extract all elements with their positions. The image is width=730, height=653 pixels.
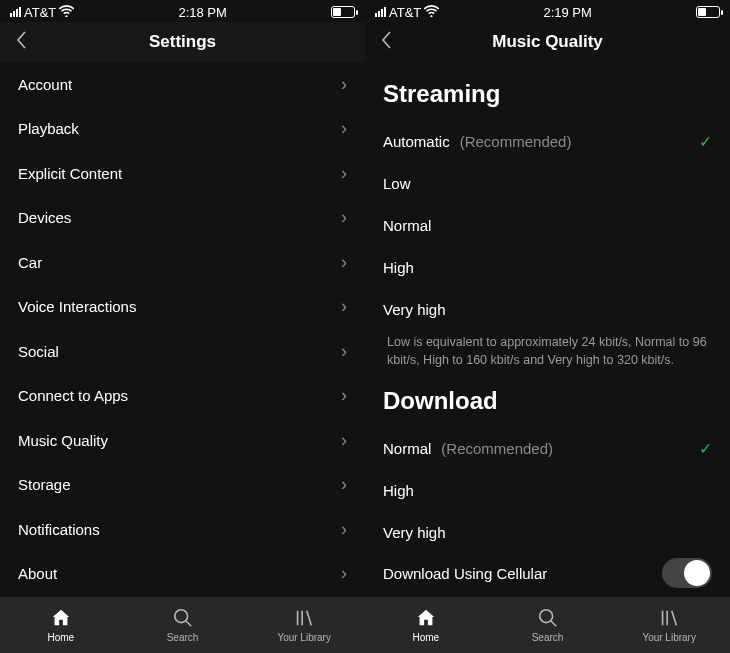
signal-icon: [375, 7, 386, 17]
settings-item-explicit[interactable]: Explicit Content›: [18, 151, 347, 196]
check-icon: ✓: [699, 132, 712, 151]
tab-home[interactable]: Home: [365, 597, 487, 653]
streaming-option-high[interactable]: High: [383, 246, 712, 288]
tab-label: Home: [47, 632, 74, 643]
item-label: Social: [18, 343, 59, 360]
section-streaming: Streaming: [383, 80, 712, 108]
chevron-right-icon: ›: [341, 385, 347, 406]
svg-point-2: [539, 610, 552, 623]
tab-library[interactable]: Your Library: [608, 597, 730, 653]
download-option-normal[interactable]: Normal (Recommended) ✓: [383, 427, 712, 469]
status-bar: AT&T 2:18 PM: [0, 0, 365, 22]
option-suffix: (Recommended): [441, 440, 553, 457]
item-label: Devices: [18, 209, 71, 226]
option-label: Very high: [383, 524, 446, 541]
option-label: Normal: [383, 217, 431, 234]
home-icon: [50, 607, 72, 629]
settings-item-notifications[interactable]: Notifications›: [18, 507, 347, 552]
settings-screen: AT&T 2:18 PM Settings Account› Playback›…: [0, 0, 365, 653]
streaming-option-normal[interactable]: Normal: [383, 204, 712, 246]
back-button[interactable]: [14, 30, 28, 54]
svg-line-3: [550, 621, 556, 627]
settings-item-playback[interactable]: Playback›: [18, 107, 347, 152]
item-label: Explicit Content: [18, 165, 122, 182]
download-option-high[interactable]: High: [383, 469, 712, 511]
battery-icon: [331, 6, 355, 18]
battery-icon: [696, 6, 720, 18]
signal-icon: [10, 7, 21, 17]
carrier-label: AT&T: [389, 5, 421, 20]
page-title: Music Quality: [492, 32, 603, 52]
tab-label: Home: [412, 632, 439, 643]
settings-item-voice[interactable]: Voice Interactions›: [18, 285, 347, 330]
library-icon: [293, 607, 315, 629]
bottom-nav: Home Search Your Library: [0, 597, 365, 653]
item-label: Storage: [18, 476, 71, 493]
tab-label: Your Library: [277, 632, 331, 643]
streaming-option-very-high[interactable]: Very high: [383, 288, 712, 330]
tab-label: Your Library: [642, 632, 696, 643]
chevron-right-icon: ›: [341, 430, 347, 451]
tab-search[interactable]: Search: [122, 597, 244, 653]
section-download: Download: [383, 387, 712, 415]
chevron-right-icon: ›: [341, 163, 347, 184]
time-label: 2:18 PM: [178, 5, 226, 20]
settings-item-about[interactable]: About›: [18, 552, 347, 597]
item-label: Account: [18, 76, 72, 93]
status-bar: AT&T 2:19 PM: [365, 0, 730, 22]
quality-content[interactable]: Streaming Automatic (Recommended) ✓ Low …: [365, 62, 730, 597]
wifi-icon: [59, 5, 74, 19]
switch-knob: [684, 560, 710, 586]
page-title: Settings: [149, 32, 216, 52]
item-label: Car: [18, 254, 42, 271]
option-label: High: [383, 482, 414, 499]
settings-item-storage[interactable]: Storage›: [18, 463, 347, 508]
item-label: Voice Interactions: [18, 298, 136, 315]
settings-list[interactable]: Account› Playback› Explicit Content› Dev…: [0, 62, 365, 597]
download-option-very-high[interactable]: Very high: [383, 511, 712, 553]
settings-item-connect[interactable]: Connect to Apps›: [18, 374, 347, 419]
chevron-right-icon: ›: [341, 519, 347, 540]
chevron-right-icon: ›: [341, 296, 347, 317]
item-label: Connect to Apps: [18, 387, 128, 404]
settings-item-account[interactable]: Account›: [18, 62, 347, 107]
tab-library[interactable]: Your Library: [243, 597, 365, 653]
option-label: Normal: [383, 440, 431, 457]
tab-home[interactable]: Home: [0, 597, 122, 653]
search-icon: [537, 607, 559, 629]
settings-item-music-quality[interactable]: Music Quality›: [18, 418, 347, 463]
bottom-nav: Home Search Your Library: [365, 597, 730, 653]
chevron-right-icon: ›: [341, 207, 347, 228]
settings-item-devices[interactable]: Devices›: [18, 196, 347, 241]
switch[interactable]: [662, 558, 712, 588]
tab-search[interactable]: Search: [487, 597, 609, 653]
chevron-right-icon: ›: [341, 474, 347, 495]
settings-item-social[interactable]: Social›: [18, 329, 347, 374]
streaming-info: Low is equivalent to approximately 24 kb…: [383, 334, 712, 369]
option-label: Low: [383, 175, 411, 192]
download-cellular-toggle[interactable]: Download Using Cellular: [383, 553, 712, 593]
home-icon: [415, 607, 437, 629]
check-icon: ✓: [699, 439, 712, 458]
chevron-right-icon: ›: [341, 341, 347, 362]
option-label: Automatic: [383, 133, 450, 150]
streaming-option-low[interactable]: Low: [383, 162, 712, 204]
svg-line-1: [185, 621, 191, 627]
item-label: Notifications: [18, 521, 100, 538]
time-label: 2:19 PM: [543, 5, 591, 20]
item-label: Music Quality: [18, 432, 108, 449]
svg-point-0: [174, 610, 187, 623]
tab-label: Search: [167, 632, 199, 643]
streaming-option-automatic[interactable]: Automatic (Recommended) ✓: [383, 120, 712, 162]
carrier-label: AT&T: [24, 5, 56, 20]
chevron-right-icon: ›: [341, 74, 347, 95]
settings-item-car[interactable]: Car›: [18, 240, 347, 285]
library-icon: [658, 607, 680, 629]
search-icon: [172, 607, 194, 629]
tab-label: Search: [532, 632, 564, 643]
nav-header: Settings: [0, 22, 365, 62]
back-button[interactable]: [379, 30, 393, 54]
toggle-label: Download Using Cellular: [383, 565, 547, 582]
chevron-right-icon: ›: [341, 563, 347, 584]
item-label: Playback: [18, 120, 79, 137]
